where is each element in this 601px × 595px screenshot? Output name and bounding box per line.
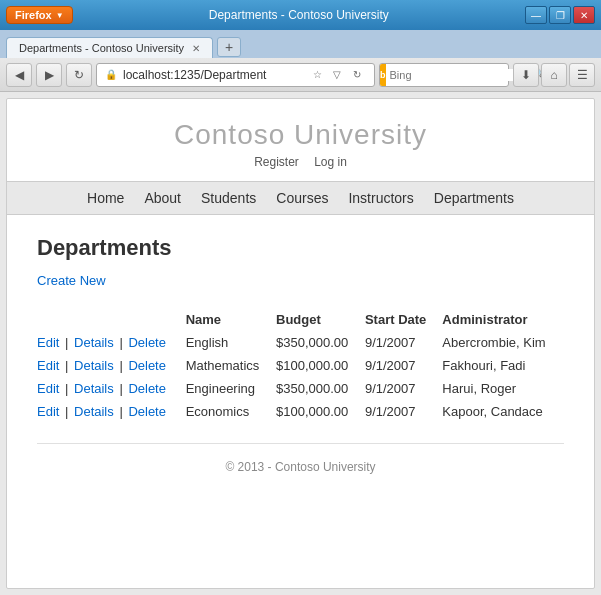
menu-button[interactable]: ☰: [569, 63, 595, 87]
tabbar: Departments - Contoso University ✕ +: [0, 30, 601, 58]
navigation-bar: ◀ ▶ ↻ 🔒 localhost:1235/Department ☆ ▽ ↻ …: [0, 58, 601, 92]
edit-link[interactable]: Edit: [37, 335, 59, 350]
edit-link[interactable]: Edit: [37, 381, 59, 396]
table-row: Edit | Details | DeleteMathematics$100,0…: [37, 354, 564, 377]
back-button[interactable]: ◀: [6, 63, 32, 87]
content-area: Contoso University Register Log in Home …: [0, 92, 601, 595]
download-button[interactable]: ⬇: [513, 63, 539, 87]
auth-links: Register Log in: [7, 155, 594, 169]
close-button[interactable]: ✕: [573, 6, 595, 24]
titlebar: Firefox Departments - Contoso University…: [0, 0, 601, 30]
search-input[interactable]: [386, 69, 532, 81]
address-actions: ☆ ▽ ↻: [308, 66, 366, 84]
window-controls: — ❐ ✕: [525, 6, 595, 24]
dept-budget-cell: $100,000.00: [276, 354, 365, 377]
table-row: Edit | Details | DeleteEngineering$350,0…: [37, 377, 564, 400]
address-text: localhost:1235/Department: [123, 68, 302, 82]
restore-button[interactable]: ❐: [549, 6, 571, 24]
edit-link[interactable]: Edit: [37, 358, 59, 373]
page-title: Departments: [37, 235, 564, 261]
page-content: Contoso University Register Log in Home …: [6, 98, 595, 589]
dept-admin-cell: Harui, Roger: [442, 377, 564, 400]
nav-about[interactable]: About: [144, 190, 181, 206]
nav-students[interactable]: Students: [201, 190, 256, 206]
col-actions: [37, 308, 186, 331]
bookmark-down-icon[interactable]: ▽: [328, 66, 346, 84]
action-cell: Edit | Details | Delete: [37, 331, 186, 354]
dept-name-cell: English: [186, 331, 276, 354]
details-link[interactable]: Details: [74, 358, 114, 373]
details-link[interactable]: Details: [74, 404, 114, 419]
delete-link[interactable]: Delete: [128, 404, 166, 419]
university-title: Contoso University: [7, 119, 594, 151]
firefox-menu-button[interactable]: Firefox: [6, 6, 73, 24]
dept-name-cell: Mathematics: [186, 354, 276, 377]
departments-table: Name Budget Start Date Administrator Edi…: [37, 308, 564, 423]
separator: |: [61, 335, 72, 350]
table-row: Edit | Details | DeleteEconomics$100,000…: [37, 400, 564, 423]
action-cell: Edit | Details | Delete: [37, 377, 186, 400]
dept-admin-cell: Abercrombie, Kim: [442, 331, 564, 354]
nav-instructors[interactable]: Instructors: [348, 190, 413, 206]
nav-container: Home About Students Courses Instructors …: [7, 181, 594, 215]
minimize-button[interactable]: —: [525, 6, 547, 24]
reload-icon[interactable]: ↻: [348, 66, 366, 84]
separator: |: [61, 358, 72, 373]
register-link[interactable]: Register: [254, 155, 299, 169]
active-tab[interactable]: Departments - Contoso University ✕: [6, 37, 213, 58]
details-link[interactable]: Details: [74, 381, 114, 396]
window-title: Departments - Contoso University: [79, 8, 519, 22]
col-name: Name: [186, 308, 276, 331]
separator: |: [61, 404, 72, 419]
edit-link[interactable]: Edit: [37, 404, 59, 419]
table-header-row: Name Budget Start Date Administrator: [37, 308, 564, 331]
lock-icon: 🔒: [105, 69, 117, 80]
dept-name-cell: Economics: [186, 400, 276, 423]
dept-startdate-cell: 9/1/2007: [365, 400, 442, 423]
action-cell: Edit | Details | Delete: [37, 354, 186, 377]
separator: |: [116, 404, 127, 419]
dept-admin-cell: Fakhouri, Fadi: [442, 354, 564, 377]
col-startdate: Start Date: [365, 308, 442, 331]
delete-link[interactable]: Delete: [128, 381, 166, 396]
dept-startdate-cell: 9/1/2007: [365, 354, 442, 377]
dept-budget-cell: $350,000.00: [276, 331, 365, 354]
address-bar[interactable]: 🔒 localhost:1235/Department ☆ ▽ ↻: [96, 63, 375, 87]
firefox-label: Firefox: [15, 9, 52, 21]
col-administrator: Administrator: [442, 308, 564, 331]
tab-label: Departments - Contoso University: [19, 42, 184, 54]
details-link[interactable]: Details: [74, 335, 114, 350]
action-cell: Edit | Details | Delete: [37, 400, 186, 423]
nav-departments[interactable]: Departments: [434, 190, 514, 206]
forward-button[interactable]: ▶: [36, 63, 62, 87]
dept-startdate-cell: 9/1/2007: [365, 331, 442, 354]
separator: |: [116, 358, 127, 373]
search-bar[interactable]: Register b 🔍: [379, 63, 509, 87]
table-row: Edit | Details | DeleteEnglish$350,000.0…: [37, 331, 564, 354]
delete-link[interactable]: Delete: [128, 335, 166, 350]
tab-close-icon[interactable]: ✕: [192, 43, 200, 54]
dept-admin-cell: Kapoor, Candace: [442, 400, 564, 423]
university-header: Contoso University Register Log in: [7, 99, 594, 181]
delete-link[interactable]: Delete: [128, 358, 166, 373]
create-new-link[interactable]: Create New: [37, 273, 106, 288]
dept-startdate-cell: 9/1/2007: [365, 377, 442, 400]
login-link[interactable]: Log in: [314, 155, 347, 169]
dept-name-cell: Engineering: [186, 377, 276, 400]
home-button[interactable]: ⌂: [541, 63, 567, 87]
separator: |: [61, 381, 72, 396]
page-body: Departments Create New Name Budget Start…: [7, 215, 594, 506]
dept-budget-cell: $100,000.00: [276, 400, 365, 423]
separator: |: [116, 335, 127, 350]
browser-window: Firefox Departments - Contoso University…: [0, 0, 601, 595]
nav-courses[interactable]: Courses: [276, 190, 328, 206]
separator: |: [116, 381, 127, 396]
main-navigation: Home About Students Courses Instructors …: [7, 181, 594, 215]
refresh-button[interactable]: ↻: [66, 63, 92, 87]
nav-home[interactable]: Home: [87, 190, 124, 206]
new-tab-button[interactable]: +: [217, 37, 241, 57]
dept-budget-cell: $350,000.00: [276, 377, 365, 400]
nav-right-buttons: ⬇ ⌂ ☰: [513, 63, 595, 87]
page-footer: © 2013 - Contoso University: [37, 443, 564, 486]
bookmark-icon[interactable]: ☆: [308, 66, 326, 84]
